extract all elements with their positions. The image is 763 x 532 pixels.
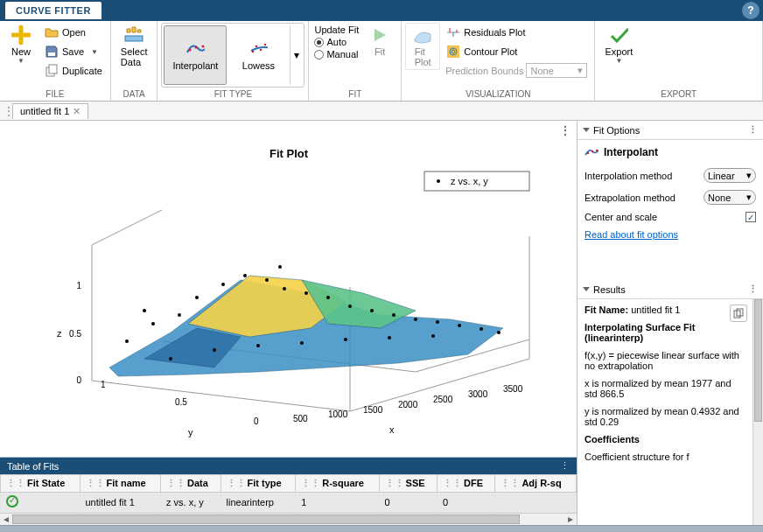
fit-button: Fit <box>362 23 397 60</box>
fit-plot-button: Fit Plot <box>405 23 440 70</box>
svg-point-60 <box>388 336 391 340</box>
svg-point-49 <box>392 313 396 317</box>
interp-method-select[interactable]: Linear▾ <box>704 168 756 183</box>
col-data[interactable]: ⋮⋮Data <box>161 475 220 493</box>
col-fitstate[interactable]: ⋮⋮Fit State <box>1 475 80 493</box>
app-tabstrip: CURVE FITTER ? <box>0 0 763 21</box>
svg-point-4 <box>189 49 192 52</box>
svg-point-64 <box>587 152 589 154</box>
svg-point-46 <box>326 296 330 299</box>
export-button[interactable]: Export ▼ <box>598 23 639 67</box>
copy-results-button[interactable] <box>730 304 747 322</box>
svg-point-61 <box>431 334 435 338</box>
results-menu-button[interactable]: ⋮ <box>748 284 758 295</box>
table-of-fits-panel: Table of Fits ⋮ ⋮⋮Fit State ⋮⋮Fit name ⋮… <box>0 457 577 525</box>
app-tab-curvefitter[interactable]: CURVE FITTER <box>5 2 102 19</box>
update-auto-radio[interactable]: Auto <box>314 37 359 47</box>
svg-point-56 <box>213 348 216 352</box>
contour-plot-button[interactable]: Contour Plot <box>442 42 591 61</box>
radio-checked-icon <box>314 38 324 47</box>
check-icon <box>609 25 628 45</box>
residuals-plot-button[interactable]: Residuals Plot <box>442 23 591 42</box>
svg-point-51 <box>436 320 439 324</box>
status-bar <box>0 525 763 532</box>
svg-point-58 <box>300 341 304 345</box>
duplicate-button[interactable]: Duplicate <box>40 61 107 80</box>
table-menu-button[interactable]: ⋮ <box>560 460 570 472</box>
new-button[interactable]: New ▼ <box>4 23 38 67</box>
surface-plot-icon <box>413 25 432 45</box>
results-ynorm: y is normalized by mean 0.4932 and std 0… <box>584 406 746 427</box>
fit-type-gallery: Interpolant Lowess ▾ <box>161 23 304 88</box>
prediction-bounds-label: Prediction Bounds <box>445 66 523 76</box>
svg-text:0: 0 <box>76 375 81 385</box>
svg-text:3000: 3000 <box>468 389 488 399</box>
radio-unchecked-icon <box>314 50 324 60</box>
table-of-fits-title: Table of Fits <box>7 461 59 472</box>
svg-text:0.5: 0.5 <box>69 329 81 339</box>
results-xnorm: x is normalized by mean 1977 and std 866… <box>584 378 746 399</box>
select-data-icon <box>124 25 144 45</box>
fits-hscrollbar[interactable]: ◂▸ <box>0 513 577 525</box>
fittype-interpolant-button[interactable]: Interpolant <box>164 25 227 85</box>
svg-point-38 <box>151 322 155 326</box>
document-tabs: ⋮⋮ untitled fit 1 ✕ <box>0 102 763 121</box>
select-data-button[interactable]: Select Data <box>115 23 154 70</box>
extrap-method-select[interactable]: None▾ <box>704 190 756 205</box>
svg-point-20 <box>437 179 440 183</box>
group-label-fit: FIT <box>312 88 397 101</box>
results-equation: f(x,y) = piecewise linear surface with n… <box>584 350 746 371</box>
read-about-fit-options-link[interactable]: Read about fit options <box>584 229 756 240</box>
col-dfe[interactable]: ⋮⋮DFE <box>437 475 494 493</box>
col-sse[interactable]: ⋮⋮SSE <box>379 475 437 493</box>
group-label-data: DATA <box>115 88 154 101</box>
svg-rect-3 <box>125 36 143 41</box>
svg-point-57 <box>256 344 260 347</box>
fitname-value: untitled fit 1 <box>631 304 680 315</box>
fit-options-header[interactable]: Fit Options ⋮ <box>578 121 763 140</box>
fitoptions-menu-button[interactable]: ⋮ <box>748 124 758 136</box>
center-scale-checkbox[interactable]: ✓ <box>746 212 756 222</box>
update-manual-radio[interactable]: Manual <box>314 49 359 60</box>
extrap-method-label: Extrapolation method <box>584 192 676 203</box>
fit-method-title: Interpolant <box>604 146 658 158</box>
group-label-file: FILE <box>4 88 107 101</box>
save-icon <box>45 45 59 59</box>
col-fitname[interactable]: ⋮⋮Fit name <box>80 475 161 493</box>
plot-title: Fit Plot <box>269 147 308 160</box>
svg-point-63 <box>278 265 282 269</box>
col-rsquare[interactable]: ⋮⋮R-square <box>296 475 379 493</box>
svg-point-43 <box>265 278 269 282</box>
svg-point-6 <box>202 46 205 48</box>
fit-plot-panel: ⋮ Fit Plot z vs. x, y <box>0 121 577 457</box>
plot-legend: z vs. x, y <box>451 176 488 186</box>
open-button[interactable]: Open <box>40 23 107 42</box>
svg-text:y: y <box>188 427 193 438</box>
results-header[interactable]: Results ⋮ <box>578 280 763 299</box>
svg-text:1: 1 <box>76 281 81 290</box>
prediction-bounds-select[interactable]: None▾ <box>526 63 587 78</box>
interp-method-label: Interpolation method <box>584 171 672 181</box>
doc-grip-icon[interactable]: ⋮⋮ <box>4 105 10 117</box>
close-icon[interactable]: ✕ <box>73 106 80 117</box>
col-fittype[interactable]: ⋮⋮Fit type <box>220 475 296 493</box>
svg-point-10 <box>264 44 267 46</box>
fittype-dropdown[interactable]: ▾ <box>290 25 302 85</box>
group-label-fittype: FIT TYPE <box>161 88 304 101</box>
col-adjrsq[interactable]: ⋮⋮Adj R-sq <box>495 475 577 493</box>
save-button[interactable]: Save ▼ <box>40 42 107 61</box>
document-tab[interactable]: untitled fit 1 ✕ <box>12 103 88 119</box>
table-row[interactable]: untitled fit 1 z vs. x, y linearinterp 1… <box>1 493 577 513</box>
plot-menu-button[interactable]: ⋮ <box>560 124 571 136</box>
svg-point-42 <box>243 274 247 277</box>
residuals-icon <box>446 25 460 39</box>
fittype-lowess-button[interactable]: Lowess <box>227 25 290 85</box>
results-heading: Interpolating Surface Fit (linearinterp) <box>584 322 696 343</box>
svg-text:0.5: 0.5 <box>175 397 187 407</box>
svg-rect-2 <box>49 65 57 74</box>
svg-text:x: x <box>389 424 395 435</box>
interpolant-small-icon <box>584 145 598 159</box>
results-vscrollbar[interactable] <box>752 299 763 525</box>
svg-point-44 <box>283 287 286 290</box>
help-button[interactable]: ? <box>742 2 760 19</box>
